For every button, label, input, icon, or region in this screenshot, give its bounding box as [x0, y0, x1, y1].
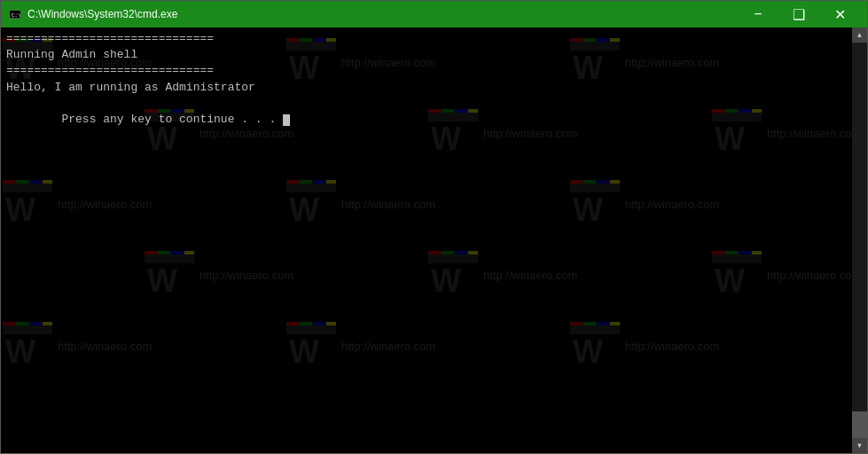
cursor-block — [283, 114, 290, 126]
wm-logo: W — [1, 320, 54, 373]
svg-rect-65 — [455, 251, 467, 254]
svg-rect-48 — [326, 180, 336, 184]
svg-rect-70 — [725, 251, 738, 254]
svg-rect-56 — [145, 251, 194, 263]
watermark-text: http://winaero.com — [625, 197, 719, 213]
svg-rect-89 — [597, 322, 609, 325]
svg-rect-42 — [43, 180, 52, 184]
wm-logo: W — [568, 178, 622, 231]
maximize-button[interactable]: ❑ — [778, 1, 819, 27]
svg-text:W: W — [5, 192, 35, 228]
watermark-item: W http://winaero.com — [568, 169, 852, 240]
svg-rect-39 — [3, 180, 15, 184]
minimize-button[interactable]: − — [738, 1, 778, 27]
window-controls: − ❑ ✕ — [738, 1, 860, 27]
wm-logo: W — [568, 320, 622, 373]
wm-logo: W — [426, 249, 480, 302]
svg-rect-69 — [712, 251, 724, 254]
watermark-item: W http://winaero.com — [1, 169, 285, 240]
svg-rect-90 — [610, 322, 620, 325]
svg-rect-63 — [428, 251, 441, 254]
svg-rect-41 — [29, 180, 42, 184]
watermark-text: http://winaero.com — [199, 268, 293, 284]
watermark-item: W http://winaero.com — [285, 169, 568, 240]
close-button[interactable]: ✕ — [819, 1, 860, 27]
svg-text:W: W — [431, 262, 461, 299]
scroll-thumb[interactable] — [852, 411, 867, 438]
terminal-line-3: ============================== — [6, 63, 862, 79]
svg-rect-71 — [739, 251, 751, 254]
svg-rect-77 — [29, 322, 42, 325]
watermark-row: W http://winaero.com W — [1, 169, 867, 240]
svg-text:W: W — [289, 333, 319, 370]
wm-logo: W — [143, 249, 196, 302]
cmd-window: C:\ C:\Windows\System32\cmd.exe − ❑ ✕ — [0, 0, 868, 454]
svg-rect-40 — [16, 180, 28, 184]
wm-logo: W — [285, 320, 338, 373]
watermark-text: http://winaero.com — [341, 339, 435, 355]
watermark-text: http://winaero.com — [58, 339, 152, 355]
svg-rect-76 — [16, 322, 28, 325]
watermark-item: W http://winaero.com — [426, 240, 710, 311]
svg-rect-38 — [3, 180, 52, 192]
terminal-line-1: ============================== — [6, 31, 862, 47]
watermark-text: http://winaero.com — [767, 268, 861, 284]
window-title: C:\Windows\System32\cmd.exe — [27, 8, 738, 20]
watermark-row: W http://winaero.com W — [1, 311, 867, 382]
window-icon: C:\ — [8, 7, 22, 21]
title-bar: C:\ C:\Windows\System32\cmd.exe − ❑ ✕ — [1, 1, 867, 27]
svg-text:W: W — [289, 192, 319, 228]
wm-logo: W — [1, 178, 54, 231]
svg-rect-44 — [286, 180, 336, 192]
watermark-item: W http://winaero.com — [143, 240, 426, 311]
svg-rect-87 — [570, 322, 583, 325]
terminal-output: ============================== Running A… — [6, 31, 862, 144]
svg-rect-58 — [158, 251, 170, 254]
svg-rect-72 — [752, 251, 762, 254]
svg-text:W: W — [573, 333, 603, 370]
svg-rect-50 — [570, 180, 620, 192]
watermark-item: W http://winaero.com — [1, 311, 285, 382]
svg-rect-52 — [583, 180, 596, 184]
watermark-text: http://winaero.com — [341, 197, 435, 213]
svg-rect-46 — [300, 180, 312, 184]
svg-rect-84 — [326, 322, 336, 325]
svg-rect-57 — [145, 251, 157, 254]
svg-rect-88 — [583, 322, 596, 325]
terminal-line-4: Hello, I am running as Administrator — [6, 80, 862, 96]
svg-rect-62 — [428, 251, 478, 263]
svg-rect-54 — [610, 180, 620, 184]
svg-rect-82 — [300, 322, 312, 325]
svg-rect-47 — [313, 180, 325, 184]
wm-logo: W — [285, 178, 338, 231]
svg-rect-64 — [442, 251, 454, 254]
watermark-text: http://winaero.com — [58, 197, 152, 213]
svg-text:W: W — [573, 192, 603, 228]
svg-rect-45 — [286, 180, 299, 184]
svg-rect-86 — [570, 322, 620, 334]
svg-text:W: W — [715, 262, 745, 299]
terminal-body[interactable]: W http://winaero.com W — [1, 27, 867, 453]
watermark-item: W http://winaero.com — [285, 311, 568, 382]
svg-rect-80 — [286, 322, 336, 334]
wm-logo: W — [710, 249, 763, 302]
svg-rect-51 — [570, 180, 583, 184]
svg-rect-59 — [171, 251, 184, 254]
watermark-text: http://winaero.com — [625, 339, 719, 355]
watermark-row: W http://winaero.com W — [143, 240, 867, 311]
svg-rect-83 — [313, 322, 325, 325]
watermark-item: W http://winaero.com — [568, 311, 852, 382]
svg-rect-68 — [712, 251, 762, 263]
svg-rect-60 — [184, 251, 194, 254]
watermark-item: W http://winaero.com — [710, 240, 867, 311]
svg-text:C:\: C:\ — [12, 12, 21, 19]
svg-rect-66 — [468, 251, 478, 254]
svg-text:W: W — [147, 262, 177, 299]
terminal-line-5: Press any key to continue . . . — [6, 96, 862, 145]
terminal-line-2: Running Admin shell — [6, 47, 862, 63]
svg-text:W: W — [5, 333, 35, 370]
scroll-down-arrow[interactable]: ▼ — [852, 438, 867, 453]
watermark-text: http://winaero.com — [483, 268, 577, 284]
svg-rect-74 — [3, 322, 52, 334]
svg-rect-53 — [597, 180, 609, 184]
